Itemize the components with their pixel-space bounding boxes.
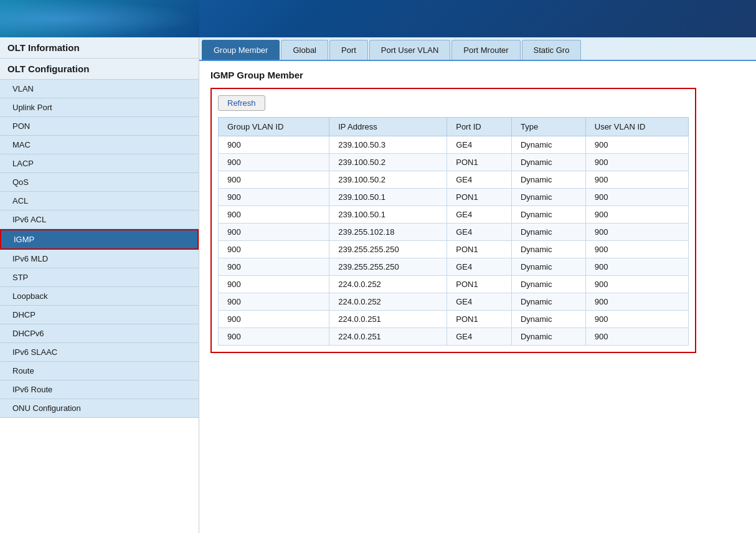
main-layout: OLT Information OLT Configuration VLANUp… [0,37,756,533]
table-row: 900239.100.50.2PON1Dynamic900 [219,154,689,171]
sidebar-item-uplink-port[interactable]: Uplink Port [0,98,199,117]
cell-ip: 239.100.50.2 [329,171,447,189]
page-content: IGMP Group Member Refresh Group VLAN IDI… [199,61,756,533]
table-row: 900239.100.50.1GE4Dynamic900 [219,206,689,224]
cell-type: Dynamic [511,154,585,171]
cell-type: Dynamic [511,328,585,346]
table-header: Group VLAN IDIP AddressPort IDTypeUser V… [219,118,689,136]
cell-user_vlan: 900 [585,276,688,293]
cell-ip: 239.100.50.1 [329,206,447,224]
cell-vlan_id: 900 [219,241,329,258]
cell-ip: 239.255.102.18 [329,224,447,241]
cell-type: Dynamic [511,136,585,154]
cell-port_id: GE4 [447,224,512,241]
cell-type: Dynamic [511,206,585,224]
sidebar-item-route[interactable]: Route [0,362,199,380]
col-header-group-vlan-id: Group VLAN ID [219,118,329,136]
table-row: 900239.255.255.250PON1Dynamic900 [219,241,689,258]
cell-user_vlan: 900 [585,328,688,346]
cell-type: Dynamic [511,224,585,241]
table-row: 900224.0.0.251PON1Dynamic900 [219,311,689,328]
cell-ip: 239.255.255.250 [329,258,447,276]
cell-vlan_id: 900 [219,258,329,276]
cell-user_vlan: 900 [585,189,688,206]
tab-global[interactable]: Global [281,40,328,60]
sidebar-item-ipv6-mld[interactable]: IPv6 MLD [0,250,199,268]
cell-ip: 224.0.0.252 [329,276,447,293]
tab-port[interactable]: Port [329,40,368,60]
cell-user_vlan: 900 [585,171,688,189]
table-row: 900224.0.0.251GE4Dynamic900 [219,328,689,346]
sidebar-section-olt-config[interactable]: OLT Configuration [0,59,199,80]
content-area: Group MemberGlobalPortPort User VLANPort… [199,37,756,533]
sidebar-item-vlan[interactable]: VLAN [0,80,199,98]
cell-ip: 239.100.50.3 [329,136,447,154]
tab-port-user-vlan[interactable]: Port User VLAN [369,40,450,60]
cell-type: Dynamic [511,171,585,189]
sidebar-item-lacp[interactable]: LACP [0,154,199,173]
cell-vlan_id: 900 [219,189,329,206]
cell-ip: 239.255.255.250 [329,241,447,258]
cell-port_id: GE4 [447,328,512,346]
sidebar-item-igmp[interactable]: IGMP [0,229,199,250]
sidebar-item-dhcp[interactable]: DHCP [0,306,199,324]
cell-user_vlan: 900 [585,224,688,241]
top-bar-globe [0,0,199,37]
cell-port_id: GE4 [447,206,512,224]
cell-port_id: PON1 [447,276,512,293]
cell-user_vlan: 900 [585,311,688,328]
cell-type: Dynamic [511,293,585,311]
cell-type: Dynamic [511,189,585,206]
tab-static-gro[interactable]: Static Gro [522,40,582,60]
cell-vlan_id: 900 [219,206,329,224]
table-container: Refresh Group VLAN IDIP AddressPort IDTy… [210,88,696,353]
cell-port_id: GE4 [447,258,512,276]
col-header-port-id: Port ID [447,118,512,136]
table-row: 900239.100.50.3GE4Dynamic900 [219,136,689,154]
col-header-ip-address: IP Address [329,118,447,136]
tab-port-mrouter[interactable]: Port Mrouter [451,40,520,60]
sidebar-item-ipv6-acl[interactable]: IPv6 ACL [0,210,199,229]
cell-type: Dynamic [511,241,585,258]
sidebar: OLT Information OLT Configuration VLANUp… [0,37,199,533]
cell-port_id: PON1 [447,154,512,171]
cell-user_vlan: 900 [585,258,688,276]
table-row: 900239.255.255.250GE4Dynamic900 [219,258,689,276]
sidebar-item-dhcpv6[interactable]: DHCPv6 [0,324,199,343]
cell-type: Dynamic [511,276,585,293]
cell-vlan_id: 900 [219,311,329,328]
cell-vlan_id: 900 [219,154,329,171]
cell-vlan_id: 900 [219,293,329,311]
cell-ip: 224.0.0.252 [329,293,447,311]
sidebar-item-pon[interactable]: PON [0,117,199,136]
cell-ip: 224.0.0.251 [329,311,447,328]
sidebar-item-loopback[interactable]: Loopback [0,287,199,306]
sidebar-item-onu-config[interactable]: ONU Configuration [0,399,199,418]
col-header-user-vlan-id: User VLAN ID [585,118,688,136]
cell-type: Dynamic [511,258,585,276]
sidebar-item-stp[interactable]: STP [0,268,199,287]
sidebar-item-ipv6-slaac[interactable]: IPv6 SLAAC [0,343,199,362]
cell-port_id: GE4 [447,136,512,154]
refresh-button[interactable]: Refresh [218,95,265,111]
cell-vlan_id: 900 [219,171,329,189]
cell-port_id: GE4 [447,293,512,311]
cell-vlan_id: 900 [219,276,329,293]
sidebar-item-acl[interactable]: ACL [0,192,199,210]
sidebar-item-mac[interactable]: MAC [0,136,199,154]
sidebar-item-qos[interactable]: QoS [0,173,199,192]
cell-ip: 224.0.0.251 [329,328,447,346]
cell-user_vlan: 900 [585,136,688,154]
table-row: 900224.0.0.252PON1Dynamic900 [219,276,689,293]
tab-group-member[interactable]: Group Member [202,40,280,60]
cell-vlan_id: 900 [219,224,329,241]
table-row: 900239.100.50.2GE4Dynamic900 [219,171,689,189]
sidebar-section-olt-info[interactable]: OLT Information [0,37,199,59]
sidebar-item-ipv6-route[interactable]: IPv6 Route [0,380,199,399]
table-row: 900239.255.102.18GE4Dynamic900 [219,224,689,241]
page-title: IGMP Group Member [210,70,745,80]
cell-port_id: PON1 [447,189,512,206]
cell-type: Dynamic [511,311,585,328]
col-header-type: Type [511,118,585,136]
table-row: 900239.100.50.1PON1Dynamic900 [219,189,689,206]
